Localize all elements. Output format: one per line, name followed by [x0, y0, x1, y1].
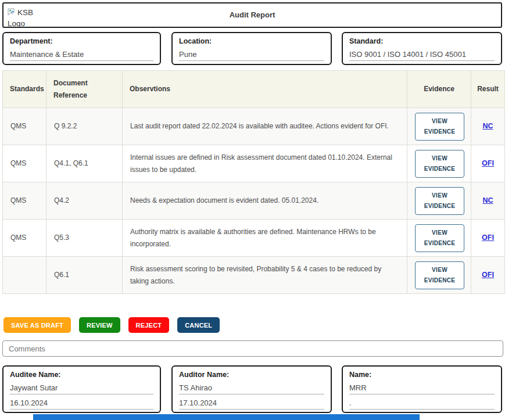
auditee-date-input[interactable]: [10, 398, 153, 410]
standard-cell: [3, 257, 46, 294]
observation-cell: Risk assessment scoring to be revisited,…: [123, 257, 407, 294]
name-box: Name:: [342, 365, 502, 413]
result-link[interactable]: OFI: [482, 271, 494, 279]
reject-button[interactable]: REJECT: [128, 317, 170, 333]
action-buttons: SAVE AS DRAFT REVIEW REJECT CANCEL: [3, 317, 220, 333]
department-input[interactable]: [10, 49, 153, 61]
observation-cell: Needs & expectation document is evident …: [123, 182, 407, 220]
auditor-name-label: Auditor Name:: [179, 371, 324, 379]
doc-ref-cell: Q4.2: [46, 182, 123, 220]
standard-input[interactable]: [349, 49, 495, 61]
result-link[interactable]: NC: [482, 196, 493, 204]
view-evidence-button[interactable]: VIEW EVIDENCE: [415, 113, 464, 141]
cancel-button[interactable]: CANCEL: [177, 317, 220, 333]
auditor-box: Auditor Name:: [171, 365, 332, 413]
view-evidence-button[interactable]: VIEW EVIDENCE: [415, 261, 464, 289]
doc-ref-cell: Q 9.2.2: [46, 108, 123, 145]
doc-ref-cell: Q4.1, Q6.1: [46, 145, 123, 182]
standard-cell: QMS: [3, 108, 46, 145]
observations-table: Standards Document Reference Observtions…: [2, 70, 505, 294]
table-row: QMS Q5.3 Authority matrix is available &…: [3, 220, 505, 257]
doc-ref-cell: Q5.3: [46, 220, 123, 257]
col-standards: Standards: [3, 71, 46, 108]
view-evidence-button[interactable]: VIEW EVIDENCE: [415, 224, 464, 252]
table-row: QMS Q4.2 Needs & expectation document is…: [3, 182, 505, 220]
auditor-name-input[interactable]: [179, 383, 324, 394]
location-label: Location:: [179, 37, 324, 45]
review-button[interactable]: REVIEW: [79, 317, 120, 333]
col-observations: Observtions: [123, 71, 407, 108]
standard-label: Standard:: [349, 37, 495, 45]
save-as-draft-button[interactable]: SAVE AS DRAFT: [3, 317, 71, 333]
auditee-name-input[interactable]: [10, 383, 153, 394]
table-row: Q6.1 Risk assessment scoring to be revis…: [3, 257, 505, 294]
col-result: Result: [471, 71, 505, 108]
standard-cell: QMS: [3, 145, 46, 182]
bottom-blue-bar: [33, 414, 420, 420]
table-header-row: Standards Document Reference Observtions…: [3, 71, 505, 108]
table-row: QMS Q 9.2.2 Last audit report dated 22.0…: [3, 108, 505, 145]
observation-cell: Last audit report dated 22.02.2024 is av…: [123, 108, 407, 145]
comments-input[interactable]: [2, 340, 503, 357]
page-title: Audit Report: [3, 10, 501, 19]
result-link[interactable]: OFI: [482, 159, 494, 167]
view-evidence-button[interactable]: VIEW EVIDENCE: [415, 187, 464, 215]
result-link[interactable]: OFI: [482, 234, 494, 242]
observation-cell: Authority matrix is available & authorit…: [123, 220, 407, 257]
standard-box: Standard:: [342, 32, 502, 65]
result-link[interactable]: NC: [482, 122, 493, 130]
standard-cell: QMS: [3, 182, 46, 220]
name-date-input[interactable]: [349, 398, 495, 410]
name-input[interactable]: [349, 383, 495, 394]
auditee-box: Auditee Name:: [2, 365, 161, 413]
observation-cell: Internal issues are defined in Risk asse…: [123, 145, 407, 182]
report-header: KSB Logo Audit Report: [2, 2, 502, 28]
col-document-reference: Document Reference: [46, 71, 123, 108]
view-evidence-button[interactable]: VIEW EVIDENCE: [415, 150, 464, 178]
col-evidence: Evidence: [407, 71, 471, 108]
location-box: Location:: [171, 32, 332, 65]
doc-ref-cell: Q6.1: [46, 257, 123, 294]
name-label: Name:: [349, 371, 495, 379]
location-input[interactable]: [179, 49, 324, 61]
auditor-date-input[interactable]: [179, 398, 324, 410]
table-row: QMS Q4.1, Q6.1 Internal issues are defin…: [3, 145, 505, 182]
department-box: Department:: [2, 32, 161, 65]
department-label: Department:: [10, 37, 153, 45]
auditee-name-label: Auditee Name:: [10, 371, 153, 379]
standard-cell: QMS: [3, 220, 46, 257]
